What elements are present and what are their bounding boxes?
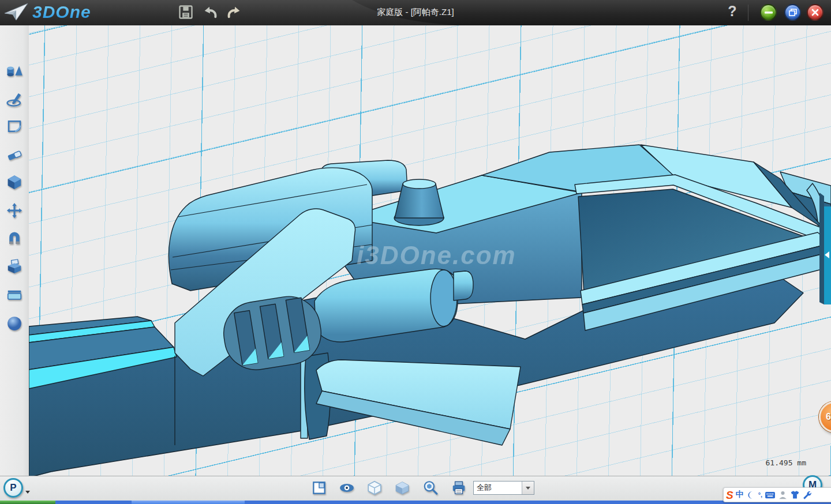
sphere-icon — [6, 315, 23, 332]
redo-icon — [226, 4, 242, 20]
3done-app-window: 3DOne 家庭版 - [阿帕奇.Z1] ? — [0, 0, 831, 504]
chevron-down-icon — [526, 487, 530, 490]
plane-mode-button[interactable]: P — [3, 478, 23, 498]
sidebar-item-tray[interactable] — [6, 285, 23, 303]
view-corner-button[interactable] — [311, 480, 327, 496]
viewport-canvas[interactable]: i3DOne.com 61.495 mm 61 — [29, 25, 831, 476]
magnifier-icon — [422, 480, 439, 496]
close-button[interactable] — [807, 4, 823, 21]
titlebar-separator — [748, 5, 748, 21]
bottom-toolbar: 全部 — [0, 476, 831, 501]
user-icon[interactable] — [778, 490, 788, 500]
eraser-icon — [6, 146, 23, 163]
collapse-panel-tab[interactable] — [824, 206, 831, 304]
sidebar-item-magnet[interactable] — [6, 230, 23, 247]
chevron-left-icon — [825, 251, 829, 258]
save-button[interactable] — [178, 4, 194, 20]
ime-language-toggle[interactable]: 中 — [736, 490, 744, 500]
plane-mode-caret[interactable] — [25, 491, 30, 494]
dimension-readout: 61.495 mm — [725, 458, 806, 467]
sidebar-item-feature-cube[interactable] — [6, 174, 23, 191]
magnet-icon — [6, 230, 23, 247]
redo-button[interactable] — [226, 4, 242, 20]
open-box-icon — [6, 258, 23, 275]
minimize-button[interactable] — [760, 4, 777, 21]
print-button[interactable] — [451, 480, 467, 496]
sketch-pen-icon — [6, 90, 23, 107]
sidebar-item-move[interactable] — [6, 202, 23, 219]
shaded-cube-icon — [394, 480, 410, 496]
undo-button[interactable] — [202, 4, 218, 20]
app-logo: 3DOne — [3, 2, 91, 22]
model-3d-apache[interactable]: i3DOne.com — [29, 25, 831, 476]
surface-icon — [6, 118, 23, 135]
taskbar-app-segment[interactable] — [132, 501, 245, 504]
display-filter-value: 全部 — [474, 483, 522, 493]
ime-toolbar: S 中 °, — [723, 487, 831, 502]
cube-icon — [6, 174, 23, 191]
sidebar-item-sketch[interactable] — [6, 90, 23, 107]
window-title: 家庭版 - [阿帕奇.Z1] — [377, 7, 454, 18]
os-taskbar-edge — [0, 501, 831, 504]
paper-plane-icon — [3, 2, 29, 22]
restore-icon — [789, 9, 797, 16]
wireframe-display-button[interactable] — [366, 480, 383, 496]
model-geometry — [29, 145, 831, 476]
sidebar-item-material-sphere[interactable] — [6, 315, 23, 332]
moon-icon[interactable] — [746, 490, 756, 500]
sidebar-item-primitives[interactable] — [6, 62, 23, 79]
undo-icon — [202, 4, 218, 20]
primitives-icon — [6, 62, 23, 79]
help-button[interactable]: ? — [725, 3, 740, 20]
display-filter-select[interactable]: 全部 — [473, 481, 534, 495]
close-icon — [811, 9, 819, 16]
watermark: i3DOne.com — [357, 241, 516, 269]
restore-button[interactable] — [784, 4, 801, 21]
skin-tshirt-icon[interactable] — [790, 490, 800, 500]
left-tool-sidebar — [0, 25, 29, 476]
ime-brand-logo[interactable]: S — [726, 490, 733, 501]
save-icon — [178, 4, 194, 20]
keyboard-icon[interactable] — [765, 491, 776, 499]
sidebar-item-surface[interactable] — [6, 118, 23, 135]
view-corner-icon — [311, 480, 327, 496]
move-arrows-icon — [6, 202, 23, 219]
zoom-find-button[interactable] — [422, 480, 439, 496]
sidebar-item-assembly[interactable] — [6, 258, 23, 275]
printer-icon — [451, 480, 467, 496]
sidebar-item-eraser[interactable] — [6, 146, 23, 163]
titlebar: 3DOne 家庭版 - [阿帕奇.Z1] ? — [0, 0, 831, 26]
wireframe-cube-icon — [366, 480, 383, 496]
ime-punctuation-toggle[interactable]: °, — [758, 491, 762, 498]
taskbar-start-segment[interactable] — [0, 501, 55, 504]
toolbox-wrench-icon[interactable] — [802, 490, 812, 500]
shaded-display-button[interactable] — [394, 480, 410, 496]
tray-icon — [6, 285, 23, 303]
eye-icon — [339, 480, 355, 496]
logo-text: 3DOne — [32, 2, 91, 22]
combo-arrow-button[interactable] — [522, 482, 534, 494]
minimize-icon — [765, 12, 773, 14]
visibility-button[interactable] — [339, 480, 355, 496]
